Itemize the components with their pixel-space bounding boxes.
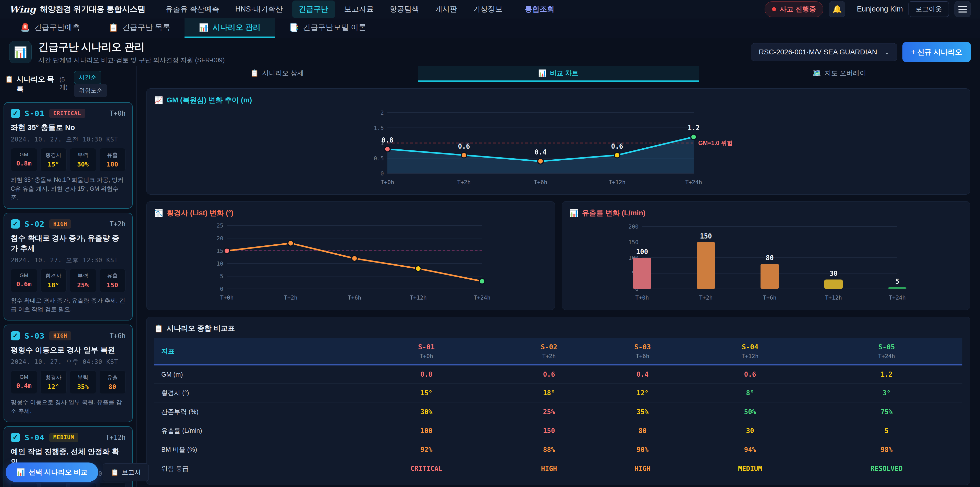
main-menu: 유출유 확산예측HNS·대기확산긴급구난보고자료항공탐색게시판기상정보통합조회 [159, 0, 758, 18]
notifications-button[interactable]: 🔔 [829, 1, 845, 18]
stat-value: 12° [42, 383, 65, 390]
sub-tab[interactable]: 🚨긴급구난예측 [6, 18, 94, 38]
checkbox-checked-icon[interactable]: ✓ [11, 109, 20, 118]
topnav-right: 사고 진행중 🔔 Eunjeong Kim 로그아웃 [765, 1, 971, 18]
data-label: 80 [766, 254, 774, 262]
column-header-metric: 지표 [154, 338, 351, 365]
nav-item[interactable]: HNS·대기확산 [229, 0, 290, 18]
stat-value: 80 [101, 383, 124, 390]
incident-status-label: 사고 진행중 [780, 5, 816, 14]
metric-value: HIGH [502, 459, 596, 478]
sub-tab[interactable]: 📑긴급구난모델 이론 [275, 18, 380, 38]
list-chart-title: 📉횡경사 (List) 변화 (°) [154, 208, 547, 218]
menu-button[interactable] [955, 1, 971, 18]
metric-value: 25% [502, 402, 596, 422]
checkbox-checked-icon[interactable]: ✓ [11, 433, 20, 442]
data-point [691, 134, 697, 140]
nav-item[interactable]: 통합조회 [514, 0, 561, 18]
column-header-scenario: S-04T+12h [689, 338, 811, 365]
stat-value: 0.4m [13, 382, 35, 390]
view-tab[interactable]: 📊비교 차트 [418, 66, 699, 82]
x-tick-label: T+0h [220, 294, 234, 301]
wing-logo: Wing [9, 4, 36, 14]
tab-label: 지도 오버레이 [824, 69, 866, 78]
metric-value: 18° [502, 383, 596, 402]
data-point [352, 255, 357, 261]
metric-label: 횡경사 (°) [154, 383, 351, 402]
nav-item[interactable]: 유출유 확산예측 [159, 0, 226, 18]
data-label: 30 [830, 270, 838, 277]
comparison-table: 지표S-01T+0hS-02T+2hS-03T+6hS-04T+12hS-05T… [154, 338, 963, 478]
logout-button[interactable]: 로그아웃 [908, 1, 949, 17]
tab-label: 긴급구난모델 이론 [303, 22, 366, 33]
scenario-datetime: 2024. 10. 27. 오후 12:30 KST [11, 256, 126, 264]
stat-box: 부력30% [70, 148, 96, 171]
stat-label: 유출 [101, 486, 124, 487]
column-time-offset: T+12h [694, 353, 807, 359]
metric-value: 98% [811, 440, 963, 459]
y-tick-label: 0 [380, 170, 383, 177]
metric-value: 12° [596, 383, 689, 402]
scenario-description: 좌현 35° 충돌로 No.1P 화물탱크 파공, 벙커C유 유출 개시. 좌현… [11, 176, 126, 202]
scenario-description: 침수 확대로 경사 증가, 유출량 증가 추세. 긴급 이초 작업 검토 필요. [11, 296, 126, 314]
metric-label: BM 비율 (%) [154, 440, 351, 459]
checkbox-checked-icon[interactable]: ✓ [11, 219, 20, 228]
data-point [461, 152, 467, 158]
view-tab[interactable]: 📋시나리오 상세 [137, 66, 418, 82]
sub-tab[interactable]: 📊시나리오 관리 [185, 18, 275, 38]
new-scenario-button[interactable]: + 신규 시나리오 [902, 42, 971, 62]
sort-button[interactable]: 위험도순 [74, 84, 107, 97]
tab-icon: 🚨 [21, 23, 30, 32]
bar [824, 279, 843, 289]
chevron-down-icon: ⌄ [884, 48, 889, 56]
column-scenario-id: S-02 [506, 343, 592, 351]
incident-select-value: RSC-2026-001·M/V SEA GUARDIAN [759, 48, 877, 56]
stat-value: 100 [101, 161, 124, 168]
stat-box: 부력35% [70, 370, 96, 394]
tab-label: 비교 차트 [550, 69, 578, 78]
stat-label: 유출 [101, 152, 124, 158]
incident-select[interactable]: RSC-2026-001·M/V SEA GUARDIAN ⌄ [751, 43, 897, 61]
scenario-card[interactable]: ✓S-02HIGHT+2h침수 확대로 경사 증가, 유출량 증가 추세2024… [3, 213, 133, 321]
compare-selected-button[interactable]: 📊 선택 시나리오 비교 [6, 463, 98, 482]
nav-item[interactable]: 긴급구난 [292, 0, 335, 18]
data-point [415, 266, 421, 271]
stat-label: GM [13, 272, 35, 278]
data-point [479, 278, 485, 284]
scenario-card[interactable]: ✓S-03HIGHT+6h평형수 이동으로 경사 일부 복원2024. 10. … [3, 324, 133, 422]
metric-value: 8° [689, 383, 811, 402]
metric-value: 1.2 [811, 365, 963, 383]
data-label: 0.8 [381, 136, 393, 144]
nav-item[interactable]: 보고자료 [338, 0, 380, 18]
nav-item[interactable]: 게시판 [428, 0, 464, 18]
gm-chart-title: 📈GM (복원심) 변화 추이 (m) [154, 95, 963, 105]
nav-item[interactable]: 항공탐색 [383, 0, 426, 18]
spill-chart-panel: 📊유출률 변화 (L/min)050100150200T+0hT+2hT+6hT… [562, 201, 970, 310]
stat-label: 유출 [101, 272, 124, 279]
metric-value: 92% [351, 440, 502, 459]
column-time-offset: T+6h [600, 353, 685, 359]
stat-box: 유출80 [99, 370, 126, 394]
sort-button[interactable]: 시간순 [74, 71, 101, 84]
column-time-offset: T+24h [815, 353, 958, 359]
page-header-left: 📊 긴급구난 시나리오 관리 시간 단계별 시나리오 비교·검토 및 구난 의사… [9, 40, 225, 64]
metric-label: 위험 등급 [154, 459, 351, 478]
sort-buttons: 시간순위험도순 [72, 71, 131, 97]
page-header-right: RSC-2026-001·M/V SEA GUARDIAN ⌄ + 신규 시나리… [751, 42, 971, 62]
scenario-card-list: ✓S-01CRITICALT+0h좌현 35° 충돌로 No2024. 10. … [3, 102, 133, 487]
scenario-title: 좌현 35° 충돌로 No [11, 123, 126, 133]
hamburger-icon [958, 6, 967, 7]
hamburger-icon [958, 11, 967, 13]
module-tabs: 🚨긴급구난예측📋긴급구난 목록📊시나리오 관리📑긴급구난모델 이론 [0, 18, 980, 38]
scenario-card[interactable]: ✓S-01CRITICALT+0h좌현 35° 충돌로 No2024. 10. … [3, 102, 133, 209]
chart-title-text: 유출률 변화 (L/min) [582, 208, 646, 218]
report-button[interactable]: 📋 보고서 [103, 463, 149, 481]
stat-box: 유출100 [99, 148, 126, 171]
nav-item[interactable]: 기상정보 [466, 0, 509, 18]
sub-tab[interactable]: 📋긴급구난 목록 [94, 18, 185, 38]
table-header-row: 지표S-01T+0hS-02T+2hS-03T+6hS-04T+12hS-05T… [154, 338, 963, 365]
stat-box: 유출150 [99, 269, 126, 292]
brand[interactable]: Wing 해양환경 위기대응 통합시스템 [9, 4, 145, 14]
checkbox-checked-icon[interactable]: ✓ [11, 331, 20, 340]
view-tab[interactable]: 🗺️지도 오버레이 [699, 66, 980, 82]
